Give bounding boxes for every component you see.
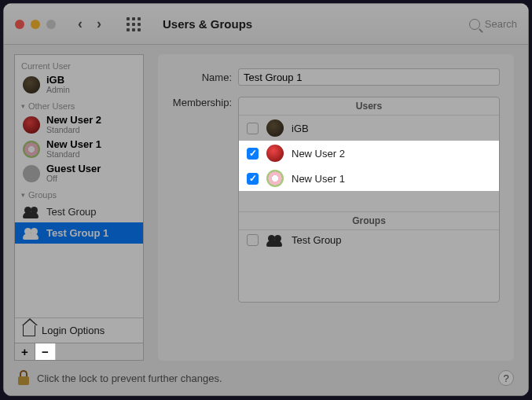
show-all-prefs-button[interactable] (127, 17, 141, 31)
titlebar: ‹ › Users & Groups Search (4, 4, 528, 45)
membership-user-igb[interactable]: iGB (239, 116, 499, 141)
login-options-button[interactable]: Login Options (15, 318, 143, 343)
detail-panel: Name: Membership: Users iGB New User 2 (158, 54, 514, 361)
name-row: Name: (167, 68, 500, 86)
home-icon (23, 325, 35, 336)
forward-button[interactable]: › (97, 16, 101, 32)
sidebar-user-guest[interactable]: Guest User Off (15, 161, 143, 185)
avatar (23, 141, 40, 158)
search-icon (469, 19, 480, 30)
name-label: Name: (167, 72, 232, 83)
add-button[interactable]: + (15, 343, 35, 360)
membership-users-header: Users (239, 97, 499, 116)
back-button[interactable]: ‹ (78, 16, 83, 32)
window-title: Users & Groups (163, 17, 252, 31)
avatar (266, 119, 284, 137)
membership-groups-header: Groups (239, 211, 499, 230)
search-placeholder: Search (485, 18, 517, 30)
group-icon (23, 228, 40, 239)
search-field[interactable]: Search (469, 18, 517, 30)
nav-arrows: ‹ › (78, 16, 101, 32)
membership-row: Membership: Users iGB New User 2 (167, 97, 500, 303)
sidebar-user-newuser2[interactable]: New User 2 Standard (15, 112, 143, 137)
section-groups[interactable]: ▾ Groups (15, 185, 143, 201)
preferences-window: ‹ › Users & Groups Search Current User i… (3, 3, 529, 396)
zoom-window-button[interactable] (46, 20, 56, 29)
add-remove-bar: + − (15, 343, 143, 360)
sidebar-user-newuser1[interactable]: New User 1 Standard (15, 137, 143, 161)
window-controls (15, 20, 56, 29)
section-current-user: Current User (15, 55, 143, 72)
group-name-input[interactable] (238, 68, 500, 86)
membership-checkbox[interactable] (247, 148, 259, 160)
content-area: Current User iGB Admin ▾ Other Users (4, 45, 528, 361)
minimize-window-button[interactable] (31, 20, 40, 29)
avatar (266, 145, 284, 162)
sidebar-group-testgroup1[interactable]: Test Group 1 (15, 222, 143, 244)
chevron-down-icon: ▾ (21, 191, 25, 199)
lock-text: Click the lock to prevent further change… (37, 372, 222, 384)
lock-icon[interactable] (18, 371, 29, 385)
sidebar-user-igb[interactable]: iGB Admin (15, 72, 143, 97)
chevron-down-icon: ▾ (21, 102, 25, 110)
users-sidebar: Current User iGB Admin ▾ Other Users (14, 54, 144, 361)
group-icon (266, 235, 284, 246)
avatar (23, 76, 40, 94)
avatar (23, 116, 40, 134)
footer: Click the lock to prevent further change… (4, 361, 528, 395)
membership-checkbox[interactable] (247, 234, 259, 246)
help-button[interactable]: ? (498, 370, 514, 386)
membership-user-newuser2[interactable]: New User 2 (239, 141, 499, 166)
membership-user-newuser1[interactable]: New User 1 (239, 166, 499, 191)
membership-list: Users iGB New User 2 New User (238, 97, 500, 303)
section-other-users[interactable]: ▾ Other Users (15, 97, 143, 112)
membership-group-testgroup[interactable]: Test Group (239, 230, 499, 250)
sidebar-group-testgroup[interactable]: Test Group (15, 201, 143, 222)
avatar (23, 165, 40, 182)
avatar (266, 170, 284, 187)
close-window-button[interactable] (15, 20, 24, 29)
membership-label: Membership: (167, 97, 232, 108)
group-icon (23, 207, 40, 218)
remove-button[interactable]: − (35, 343, 56, 360)
membership-checkbox[interactable] (247, 173, 259, 185)
membership-checkbox[interactable] (247, 123, 259, 134)
